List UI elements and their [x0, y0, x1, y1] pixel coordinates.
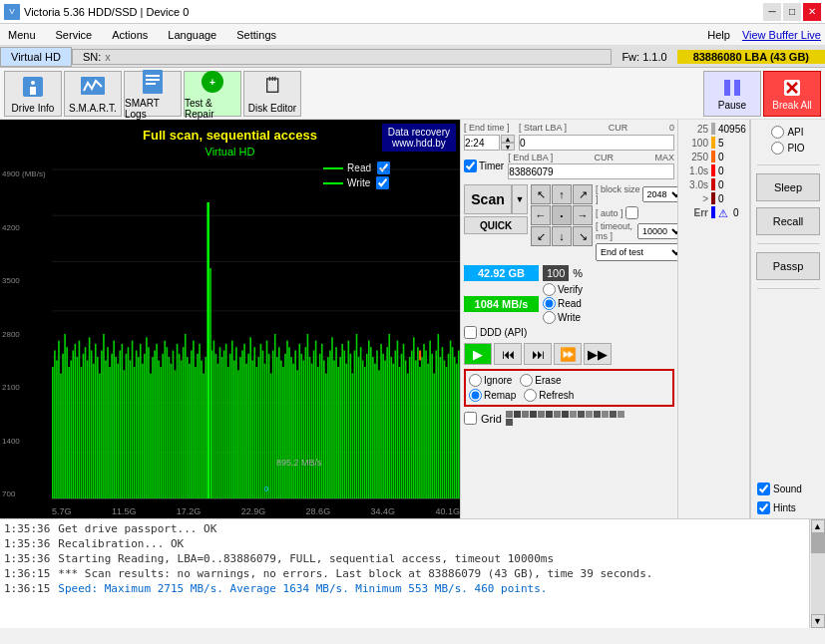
- log-row-2: 1:35:36 Recalibration... OK: [4, 536, 805, 551]
- remap-label[interactable]: Remap: [469, 389, 516, 402]
- sn-x[interactable]: x: [105, 51, 111, 63]
- fast-forward-button[interactable]: ▶▶: [584, 343, 612, 365]
- next-start-button[interactable]: ⏭: [524, 343, 552, 365]
- arrow-right[interactable]: →: [573, 205, 593, 225]
- auto-checkbox[interactable]: [625, 206, 638, 219]
- sound-checkbox[interactable]: [757, 483, 770, 495]
- menu-item-menu[interactable]: Menu: [4, 28, 40, 42]
- pause-button[interactable]: Pause: [703, 71, 761, 117]
- write-radio-label[interactable]: Write: [543, 311, 583, 324]
- smart-button[interactable]: S.M.A.R.T.: [64, 71, 122, 117]
- verify-radio[interactable]: [543, 283, 556, 296]
- block-size-select[interactable]: 2048 512 1024 4096: [642, 186, 678, 202]
- start-lba-input[interactable]: [519, 135, 674, 151]
- end-time-input[interactable]: [464, 135, 500, 151]
- break-all-button[interactable]: Break All: [763, 71, 821, 117]
- graph-panel: 4900 (MB/s) 4200 3500 2800 2100 1400 700…: [0, 120, 461, 518]
- quick-button[interactable]: QUICK: [464, 216, 528, 234]
- erase-label[interactable]: Erase: [520, 374, 561, 387]
- svg-rect-194: [399, 367, 401, 498]
- verify-radio-label[interactable]: Verify: [543, 283, 583, 296]
- arrow-down-right[interactable]: ↘: [573, 226, 593, 246]
- write-radio[interactable]: [543, 311, 556, 324]
- tab-virtual-hd[interactable]: Virtual HD: [0, 47, 72, 67]
- grid-section: Grid: [461, 409, 677, 428]
- close-button[interactable]: ✕: [803, 3, 821, 21]
- sound-checkbox-label[interactable]: Sound: [753, 483, 802, 495]
- pio-radio-label[interactable]: PIO: [771, 142, 804, 155]
- grid-cell-16: [506, 419, 513, 426]
- menu-item-help[interactable]: Help: [703, 28, 734, 42]
- svg-rect-189: [388, 334, 390, 498]
- view-buffer-link[interactable]: View Buffer Live: [742, 29, 821, 41]
- hints-checkbox-label[interactable]: Hints: [753, 501, 796, 514]
- read-radio[interactable]: [543, 297, 556, 310]
- log-msg-2: Recalibration... OK: [58, 537, 184, 550]
- api-radio-label[interactable]: API: [771, 126, 804, 139]
- end-time-up[interactable]: ▲: [501, 135, 515, 143]
- svg-rect-106: [219, 347, 221, 498]
- hints-checkbox[interactable]: [757, 501, 770, 514]
- menubar-left: Menu Service Actions Language Settings: [4, 28, 280, 42]
- drive-info-button[interactable]: Drive Info: [4, 71, 62, 117]
- scroll-track[interactable]: [811, 533, 825, 614]
- prev-button[interactable]: ⏮: [494, 343, 522, 365]
- pio-radio[interactable]: [771, 142, 784, 155]
- ignore-radio[interactable]: [469, 374, 482, 387]
- log-scrollbar[interactable]: ▲ ▼: [809, 519, 825, 628]
- color-box-25: [711, 123, 715, 135]
- refresh-radio[interactable]: [524, 389, 537, 402]
- grid-label: Grid: [481, 413, 502, 425]
- menu-item-language[interactable]: Language: [164, 28, 220, 42]
- erase-radio[interactable]: [520, 374, 533, 387]
- scroll-up-arrow[interactable]: ▲: [811, 519, 825, 533]
- arrow-down[interactable]: ↓: [552, 226, 572, 246]
- graph-subtitle: Virtual HD: [206, 146, 255, 158]
- grid-checkbox[interactable]: [464, 412, 477, 425]
- main-area: 4900 (MB/s) 4200 3500 2800 2100 1400 700…: [0, 120, 825, 518]
- svg-rect-206: [423, 344, 425, 498]
- scroll-thumb[interactable]: [811, 533, 825, 553]
- menu-item-actions[interactable]: Actions: [108, 28, 152, 42]
- svg-rect-190: [390, 357, 392, 498]
- svg-rect-191: [393, 364, 395, 498]
- svg-rect-36: [77, 357, 79, 498]
- scan-dropdown-button[interactable]: ▼: [512, 184, 528, 214]
- end-time-down[interactable]: ▼: [501, 143, 515, 151]
- passp-button[interactable]: Passp: [756, 252, 820, 280]
- ddd-checkbox[interactable]: [464, 326, 477, 339]
- maximize-button[interactable]: □: [783, 3, 801, 21]
- timeout-select[interactable]: 10000 5000 30000: [637, 223, 678, 239]
- arrow-left[interactable]: ←: [531, 205, 551, 225]
- svg-rect-54: [113, 341, 115, 498]
- scan-button[interactable]: Scan: [464, 184, 512, 214]
- ignore-label[interactable]: Ignore: [469, 374, 512, 387]
- play-button[interactable]: ▶: [464, 343, 492, 365]
- end-of-test-select[interactable]: End of test: [596, 243, 678, 261]
- api-radio[interactable]: [771, 126, 784, 139]
- svg-rect-180: [370, 347, 372, 498]
- read-radio-label[interactable]: Read: [543, 297, 583, 310]
- scroll-down-arrow[interactable]: ▼: [811, 614, 825, 628]
- timer-checkbox[interactable]: [464, 160, 477, 172]
- menu-item-service[interactable]: Service: [52, 28, 97, 42]
- smart-logs-button[interactable]: SMART Logs: [124, 71, 182, 117]
- recall-button[interactable]: Recall: [756, 207, 820, 235]
- remap-radio[interactable]: [469, 389, 482, 402]
- titlebar-controls[interactable]: ─ □ ✕: [763, 3, 821, 21]
- svg-rect-163: [335, 347, 337, 498]
- arrow-up-right[interactable]: ↗: [573, 184, 593, 204]
- arrow-down-left[interactable]: ↙: [531, 226, 551, 246]
- sleep-button[interactable]: Sleep: [756, 173, 820, 201]
- arrow-up[interactable]: ↑: [552, 184, 572, 204]
- test-repair-button[interactable]: + Test & Repair: [184, 71, 241, 117]
- minimize-button[interactable]: ─: [763, 3, 781, 21]
- next-end-button[interactable]: ⏩: [554, 343, 582, 365]
- disk-editor-button[interactable]: 🗒 Disk Editor: [243, 71, 301, 117]
- refresh-label[interactable]: Refresh: [524, 389, 574, 402]
- end-lba-input[interactable]: [508, 163, 674, 179]
- arrow-up-left[interactable]: ↖: [531, 184, 551, 204]
- menu-item-settings[interactable]: Settings: [232, 28, 280, 42]
- svg-rect-67: [140, 344, 142, 498]
- pio-label: PIO: [787, 143, 804, 154]
